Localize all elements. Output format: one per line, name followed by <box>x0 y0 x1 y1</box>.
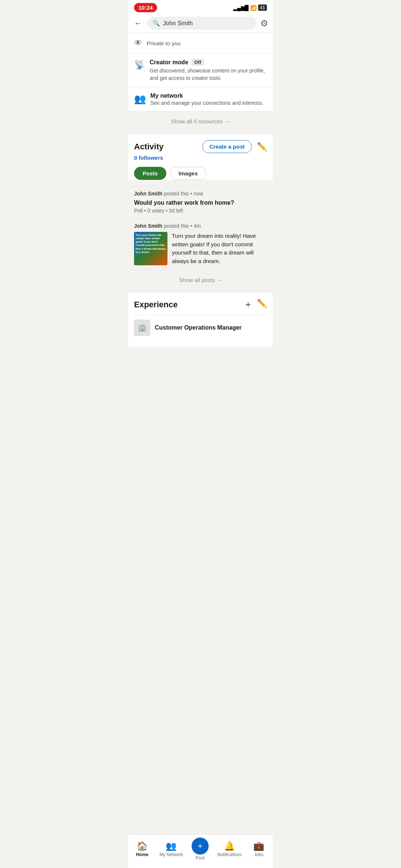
post-author-2: John Smith <box>134 223 162 229</box>
network-title: My network <box>150 93 263 99</box>
status-icons: ▂▄▆█ 📶 41 <box>233 4 267 11</box>
post-title-1: Would you rather work from home? <box>134 200 267 206</box>
creator-content: Creator mode Off Get discovered, showcas… <box>150 59 267 82</box>
private-text: Private to you <box>147 40 181 46</box>
post-meta-2: John Smith posted this • 4m <box>134 223 267 229</box>
search-icon: 🔍 <box>153 20 160 27</box>
job-preview: 🏢 Customer Operations Manager <box>134 315 267 340</box>
experience-actions: + ✏️ <box>245 299 267 310</box>
activity-actions: Create a post ✏️ <box>202 140 267 153</box>
status-bar: 10:24 ▂▄▆█ 📶 41 <box>128 0 273 14</box>
thumbnail-text: Turn your dream into reality! Have writt… <box>136 233 166 254</box>
experience-add-button[interactable]: + <box>245 299 251 310</box>
tab-images[interactable]: Images <box>170 167 206 180</box>
experience-edit-button[interactable]: ✏️ <box>257 299 267 310</box>
network-content: My network See and manage your connectio… <box>150 93 263 106</box>
content-area: 👁 Private to you 📡 Creator mode Off Get … <box>128 33 273 111</box>
network-description: See and manage your connections and inte… <box>150 100 263 106</box>
activity-section: Activity Create a post ✏️ 0 followers Po… <box>128 134 273 180</box>
show-all-posts-button[interactable]: Show all posts → <box>128 270 273 290</box>
followers-link[interactable]: 0 followers <box>134 155 267 161</box>
my-network-row[interactable]: 👥 My network See and manage your connect… <box>128 87 273 111</box>
post-text-2: Turn your dream into reality! Have writt… <box>172 232 267 265</box>
experience-header: Experience + ✏️ <box>134 299 267 310</box>
search-bar: ← 🔍 John Smith ⚙ <box>128 14 273 33</box>
show-all-resources-button[interactable]: Show all 5 resources → <box>128 111 273 131</box>
activity-tabs: Posts Images <box>134 167 267 180</box>
creator-title: Creator mode <box>150 59 188 66</box>
tab-posts[interactable]: Posts <box>134 167 166 180</box>
job-title: Customer Operations Manager <box>155 324 242 331</box>
search-input[interactable]: John Smith <box>163 20 193 27</box>
creator-title-row: Creator mode Off <box>150 59 267 66</box>
creator-description: Get discovered, showcase content on your… <box>150 67 267 82</box>
creator-mode-row[interactable]: 📡 Creator mode Off Get discovered, showc… <box>128 54 273 87</box>
post-verb-2: posted this • 4m <box>164 223 201 229</box>
signal-icon: ▂▄▆█ <box>233 5 249 11</box>
back-button[interactable]: ← <box>133 17 144 30</box>
experience-title: Experience <box>134 300 177 310</box>
settings-button[interactable]: ⚙ <box>260 18 268 29</box>
post-item-2: John Smith posted this • 4m Turn your dr… <box>128 218 273 270</box>
wifi-icon: 📶 <box>250 5 257 11</box>
search-input-wrapper[interactable]: 🔍 John Smith <box>147 17 257 30</box>
create-post-button[interactable]: Create a post <box>202 140 252 153</box>
activity-edit-icon[interactable]: ✏️ <box>257 142 267 152</box>
status-time: 10:24 <box>134 3 157 12</box>
post-author-1: John Smith <box>134 191 162 197</box>
job-logo: 🏢 <box>134 320 150 336</box>
network-icon: 👥 <box>134 93 146 105</box>
post-thumbnail-2: Turn your dream into reality! Have writt… <box>134 232 167 265</box>
post-verb-1: posted this • now <box>164 191 203 197</box>
activity-header: Activity Create a post ✏️ <box>134 140 267 153</box>
post-meta-1: John Smith posted this • now <box>134 191 267 197</box>
post-sub-1: Poll • 0 votes • 3d left <box>134 208 267 214</box>
creator-icon: 📡 <box>134 59 145 70</box>
post-body-2: Turn your dream into reality! Have writt… <box>134 232 267 265</box>
post-item-1: John Smith posted this • now Would you r… <box>128 186 273 218</box>
eye-icon: 👁 <box>134 38 142 48</box>
activity-title: Activity <box>134 142 163 152</box>
experience-section: Experience + ✏️ 🏢 Customer Operations Ma… <box>128 293 273 346</box>
creator-mode-badge: Off <box>191 59 204 66</box>
battery-icon: 41 <box>258 4 267 11</box>
private-row: 👁 Private to you <box>128 33 273 54</box>
